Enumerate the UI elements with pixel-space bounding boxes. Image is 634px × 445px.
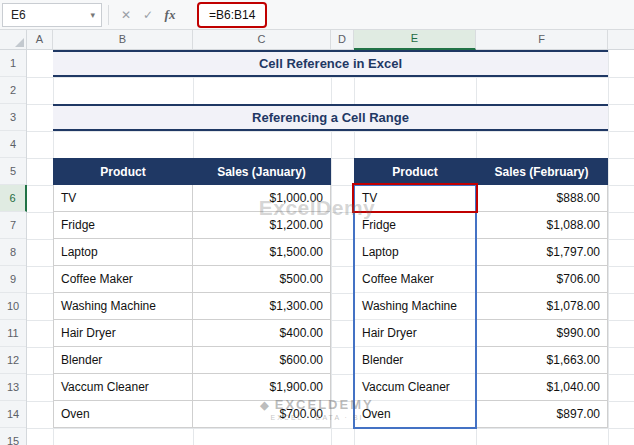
january-product-cell[interactable]: Vaccum Cleaner: [53, 374, 193, 401]
february-sales-cell[interactable]: $897.00: [476, 401, 608, 428]
cancel-icon[interactable]: ✕: [117, 8, 135, 22]
title-banner-section[interactable]: Referencing a Cell Range: [53, 104, 608, 131]
excel-window: E6 ▾ ✕ ✓ fx =B6:B14 Cell Reference in Ex…: [0, 0, 634, 445]
february-sales-cell[interactable]: $1,078.00: [476, 293, 608, 320]
january-product-cell[interactable]: TV: [53, 185, 193, 212]
formula-bar-divider: [108, 5, 109, 25]
gridline: [608, 50, 609, 445]
january-sales-cell[interactable]: $600.00: [193, 347, 331, 374]
row-header-6[interactable]: 6: [0, 185, 27, 212]
january-product-cell[interactable]: Washing Machine: [53, 293, 193, 320]
gridline: [27, 428, 634, 429]
row-header-5[interactable]: 5: [0, 158, 26, 185]
column-header-F[interactable]: F: [476, 30, 608, 49]
select-all-corner[interactable]: [0, 30, 27, 50]
confirm-icon[interactable]: ✓: [139, 8, 157, 22]
february-product-cell[interactable]: Fridge: [354, 212, 476, 239]
february-header-cell[interactable]: Product: [354, 158, 476, 185]
worksheet: Cell Reference in Excel Referencing a Ce…: [0, 30, 634, 445]
column-header-B[interactable]: B: [53, 30, 193, 49]
row-header-4[interactable]: 4: [0, 131, 26, 158]
formula-bar: E6 ▾ ✕ ✓ fx =B6:B14: [0, 0, 634, 30]
january-sales-cell[interactable]: $1,300.00: [193, 293, 331, 320]
row-header-11[interactable]: 11: [0, 320, 26, 347]
january-sales-cell[interactable]: $1,900.00: [193, 374, 331, 401]
february-product-cell[interactable]: Blender: [354, 347, 476, 374]
february-sales-cell[interactable]: $706.00: [476, 266, 608, 293]
february-sales-table: ProductSales (February)TV$888.00Fridge$1…: [354, 158, 608, 428]
february-header-cell[interactable]: Sales (February): [476, 158, 608, 185]
row-headers: 123456789101112131415: [0, 50, 27, 445]
february-sales-cell[interactable]: $1,797.00: [476, 239, 608, 266]
january-product-cell[interactable]: Coffee Maker: [53, 266, 193, 293]
row-header-10[interactable]: 10: [0, 293, 26, 320]
row-header-8[interactable]: 8: [0, 239, 26, 266]
january-sales-cell[interactable]: $1,500.00: [193, 239, 331, 266]
january-sales-cell[interactable]: $1,000.00: [193, 185, 331, 212]
row-header-9[interactable]: 9: [0, 266, 26, 293]
select-all-triangle-icon: [15, 38, 24, 47]
january-product-cell[interactable]: Blender: [53, 347, 193, 374]
row-header-15[interactable]: 15: [0, 428, 26, 445]
column-header-E[interactable]: E: [354, 30, 476, 50]
january-sales-cell[interactable]: $1,200.00: [193, 212, 331, 239]
january-header-cell[interactable]: Sales (January): [193, 158, 331, 185]
row-header-12[interactable]: 12: [0, 347, 26, 374]
gridline: [27, 131, 634, 132]
february-sales-cell[interactable]: $1,088.00: [476, 212, 608, 239]
february-product-cell[interactable]: Oven: [354, 401, 476, 428]
january-product-cell[interactable]: Fridge: [53, 212, 193, 239]
february-sales-cell[interactable]: $1,663.00: [476, 347, 608, 374]
february-sales-cell[interactable]: $888.00: [476, 185, 608, 212]
chevron-down-icon[interactable]: ▾: [90, 10, 101, 20]
fx-icon[interactable]: fx: [161, 7, 179, 23]
february-product-cell[interactable]: TV: [354, 185, 476, 212]
february-product-cell[interactable]: Washing Machine: [354, 293, 476, 320]
january-product-cell[interactable]: Hair Dryer: [53, 320, 193, 347]
column-headers: ABCDEF: [27, 30, 634, 50]
formula-annotation-box: =B6:B14: [197, 2, 267, 28]
gridline: [27, 77, 634, 78]
january-sales-table: ProductSales (January)TV$1,000.00Fridge$…: [53, 158, 331, 428]
row-header-3[interactable]: 3: [0, 104, 26, 131]
column-header-C[interactable]: C: [193, 30, 331, 49]
title-banner-main[interactable]: Cell Reference in Excel: [53, 50, 608, 77]
february-product-cell[interactable]: Hair Dryer: [354, 320, 476, 347]
january-header-cell[interactable]: Product: [53, 158, 193, 185]
row-header-13[interactable]: 13: [0, 374, 26, 401]
column-header-A[interactable]: A: [27, 30, 53, 49]
name-box[interactable]: E6 ▾: [2, 3, 102, 27]
row-header-7[interactable]: 7: [0, 212, 26, 239]
name-box-value: E6: [11, 8, 26, 22]
january-product-cell[interactable]: Oven: [53, 401, 193, 428]
january-sales-cell[interactable]: $400.00: [193, 320, 331, 347]
february-product-cell[interactable]: Vaccum Cleaner: [354, 374, 476, 401]
column-header-D[interactable]: D: [331, 30, 354, 49]
january-product-cell[interactable]: Laptop: [53, 239, 193, 266]
february-product-cell[interactable]: Laptop: [354, 239, 476, 266]
february-product-cell[interactable]: Coffee Maker: [354, 266, 476, 293]
row-header-1[interactable]: 1: [0, 50, 26, 77]
row-header-2[interactable]: 2: [0, 77, 26, 104]
formula-input[interactable]: =B6:B14: [209, 8, 255, 22]
february-sales-cell[interactable]: $990.00: [476, 320, 608, 347]
february-sales-cell[interactable]: $1,040.00: [476, 374, 608, 401]
row-header-14[interactable]: 14: [0, 401, 26, 428]
january-sales-cell[interactable]: $700.00: [193, 401, 331, 428]
january-sales-cell[interactable]: $500.00: [193, 266, 331, 293]
